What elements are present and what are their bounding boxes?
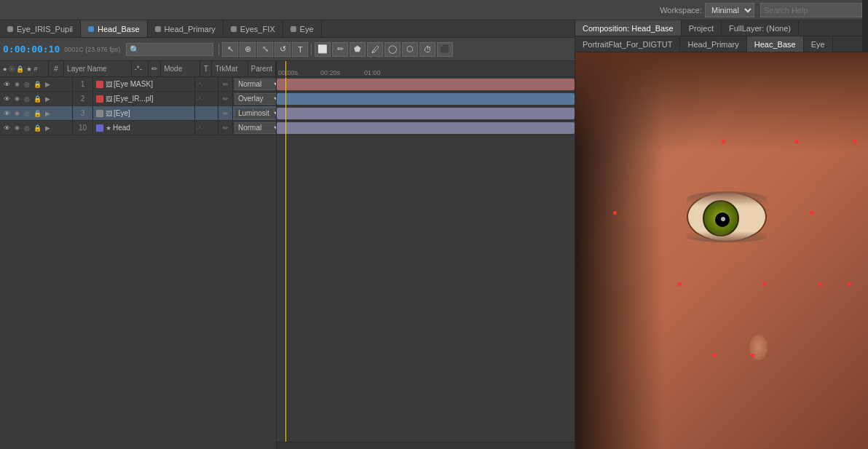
tab-eye[interactable]: Eye <box>283 20 322 37</box>
layer-type-icon: 🖼 <box>106 95 112 103</box>
mode-select[interactable]: Normal <box>234 79 276 90</box>
visibility-icon[interactable]: 👁 <box>1 123 12 133</box>
layer-content: ● ☉ 🔒 ★ # # Layer Name -*- ✏ Mode T TrkM… <box>0 61 575 449</box>
tool-btn-5[interactable]: T <box>292 42 308 57</box>
edit-col: ✏ <box>218 92 233 106</box>
track-row <box>277 92 575 106</box>
tool-btn-13[interactable]: ⬛ <box>437 42 453 57</box>
eyelid-top <box>687 191 767 206</box>
viewer-sub-tab[interactable]: Heac_Base <box>747 36 804 52</box>
tool-btn-12[interactable]: ⏱ <box>419 42 435 57</box>
collapse-icon[interactable]: ▶ <box>42 108 52 119</box>
viewer-panel: Composition: Head_BaseProjectFullLayer: … <box>575 20 868 449</box>
viewer-tab-label: FullLayer: (None) <box>729 24 791 33</box>
tab-eyes_fix[interactable]: Eyes_FIX <box>224 20 283 37</box>
tracking-dot <box>853 140 857 143</box>
viewer-sub-tab[interactable]: Eye <box>804 36 833 52</box>
workspace-label: Workspace: <box>660 6 702 15</box>
audio-icon[interactable]: ◉ <box>12 94 22 104</box>
timeline-scrollbar[interactable] <box>277 442 575 449</box>
face-preview <box>575 52 868 449</box>
solo-icon[interactable]: ◎ <box>22 79 32 90</box>
mode-select[interactable]: Luminosit <box>234 108 276 119</box>
visibility-icon[interactable]: 👁 <box>1 94 12 104</box>
tool-btn-6[interactable]: ⬜ <box>315 42 331 57</box>
separator-2 <box>311 43 312 56</box>
visibility-icon[interactable]: 👁 <box>1 108 12 119</box>
tab-eye_iris_pupil[interactable]: Eye_IRIS_Pupil <box>0 20 81 37</box>
tool-btn-4[interactable]: ↺ <box>275 42 291 57</box>
playhead-tracks <box>285 77 286 442</box>
layer-row[interactable]: 👁 ◉ ◎ 🔒 ▶ 10 ★ Head -*- ✏ Normal ◎None ◎ <box>0 121 276 135</box>
workspace-select[interactable]: Minimal <box>705 3 754 17</box>
viewer-sub-tab[interactable]: Head_Primary <box>680 36 746 52</box>
header-name: Layer Name <box>64 61 131 76</box>
eye-pupil <box>715 212 730 227</box>
lock-icon[interactable]: 🔒 <box>32 94 42 104</box>
viewer-top-tab[interactable]: Composition: Head_Base <box>575 20 682 36</box>
tracking-dot <box>678 282 682 286</box>
header-edit: ✏ <box>149 61 161 76</box>
tool-btn-11[interactable]: ⬡ <box>402 42 418 57</box>
collapse-icon[interactable]: ▶ <box>42 79 52 90</box>
layer-name-text: Head <box>113 124 130 132</box>
track-bar[interactable] <box>277 122 575 134</box>
tool-btn-1[interactable]: ↖ <box>222 42 238 57</box>
layer-header: ● ☉ 🔒 ★ # # Layer Name -*- ✏ Mode T TrkM… <box>0 61 276 77</box>
tool-btn-2[interactable]: ⊕ <box>240 42 256 57</box>
layer-type-icon: ★ <box>106 124 111 132</box>
audio-icon[interactable]: ◉ <box>12 123 22 133</box>
mode-select[interactable]: Normal <box>234 122 276 134</box>
tab-head_primary[interactable]: Head_Primary <box>148 20 224 37</box>
tab-dot <box>7 26 13 32</box>
row-icons: 👁 ◉ ◎ 🔒 ▶ <box>0 77 73 91</box>
audio-icon[interactable]: ◉ <box>12 79 22 90</box>
track-row <box>277 106 575 121</box>
viewer-top-tab[interactable]: Project <box>682 20 722 36</box>
row-number: 1 <box>73 77 93 91</box>
layer-search[interactable] <box>126 43 213 56</box>
lock-icon[interactable]: 🔒 <box>32 108 42 119</box>
tab-label: Eye_IRIS_Pupil <box>17 25 73 33</box>
switches: -*- <box>195 77 218 91</box>
tool-btn-9[interactable]: 🖊 <box>367 42 383 57</box>
row-mode: Normal <box>233 121 276 135</box>
viewer-top-tab[interactable]: FullLayer: (None) <box>722 20 799 36</box>
audio-icon[interactable]: ◉ <box>12 108 22 119</box>
ruler-mark-0: 00:00s <box>278 69 298 76</box>
viewer-sub-tab[interactable]: PortraitFlat_For_DIGTUT <box>575 36 680 52</box>
visibility-icon[interactable]: 👁 <box>1 79 12 90</box>
row-name: 🖼 [Eye MASK] <box>93 77 195 91</box>
comp-tabs-row: Eye_IRIS_PupilHead_BaseHead_PrimaryEyes_… <box>0 20 575 38</box>
layer-row[interactable]: 👁 ◉ ◎ 🔒 ▶ 3 🖼 [Eye] -*- ✏ Luminosit ◎Non… <box>0 106 276 121</box>
separator-1 <box>218 43 219 56</box>
row-number: 3 <box>73 106 93 120</box>
track-bar[interactable] <box>277 93 575 105</box>
viewer-subtab-label: Head_Primary <box>687 40 738 49</box>
lock-icon[interactable]: 🔒 <box>32 123 42 133</box>
collapse-icon[interactable]: ▶ <box>42 94 52 104</box>
row-name: ★ Head <box>93 121 195 135</box>
layer-row[interactable]: 👁 ◉ ◎ 🔒 ▶ 2 🖼 [Eye_IR...pl] -*- ✏ Overla… <box>0 92 276 106</box>
mode-select[interactable]: Overlay <box>234 93 276 105</box>
track-row <box>277 77 575 92</box>
solo-icon[interactable]: ◎ <box>22 108 32 119</box>
toolbar: 0:00:00:10 0001C (23.976 fps) ↖ ⊕ ⤡ ↺ T … <box>0 38 575 61</box>
layer-row[interactable]: 👁 ◉ ◎ 🔒 ▶ 1 🖼 [Eye MASK] -*- ✏ Normal <box>0 77 276 92</box>
tool-btn-10[interactable]: ◯ <box>384 42 401 57</box>
solo-icon[interactable]: ◎ <box>22 123 32 133</box>
tool-btn-7[interactable]: ✏ <box>332 42 348 57</box>
solo-icon[interactable]: ◎ <box>22 94 32 104</box>
tool-btn-3[interactable]: ⤡ <box>257 42 273 57</box>
viewer-sub-tabs: PortraitFlat_For_DIGTUTHead_PrimaryHeac_… <box>575 36 868 52</box>
lock-icon[interactable]: 🔒 <box>32 79 42 90</box>
tool-btn-8[interactable]: ⬟ <box>350 42 366 57</box>
viewer-subtab-label: PortraitFlat_For_DIGTUT <box>583 40 672 49</box>
track-bar[interactable] <box>277 79 575 90</box>
search-box[interactable] <box>760 3 862 17</box>
header-trkmat: TrkMat <box>212 61 248 76</box>
collapse-icon[interactable]: ▶ <box>42 123 52 133</box>
tab-head_base[interactable]: Head_Base <box>81 20 148 37</box>
layers-section: ● ☉ 🔒 ★ # # Layer Name -*- ✏ Mode T TrkM… <box>0 61 277 449</box>
track-bar[interactable] <box>277 108 575 119</box>
